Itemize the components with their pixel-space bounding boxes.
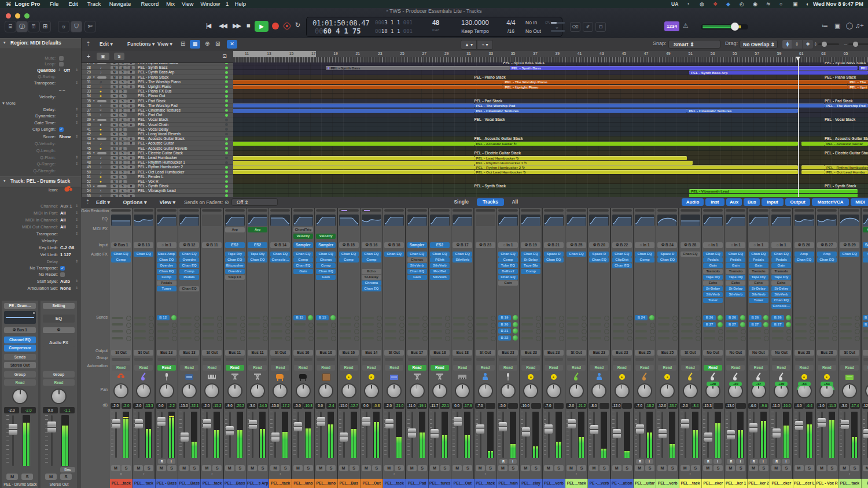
eq-thumbnail[interactable]	[362, 215, 381, 226]
mixer-filter-midi[interactable]: MIDI	[851, 198, 868, 206]
strip-mute-button[interactable]: M	[362, 465, 371, 471]
strip-mute-button[interactable]: M	[612, 465, 621, 471]
track-zoom-button[interactable]: ⊡	[219, 53, 230, 60]
mixer-view-tracks[interactable]: Tracks	[477, 198, 503, 206]
replace-button[interactable]: ⊡	[595, 22, 606, 32]
automation-mode-button[interactable]: Read	[772, 365, 790, 371]
arrange-menu-edit[interactable]: Edit ▾	[100, 40, 113, 49]
mute-button[interactable]: M	[111, 104, 118, 108]
audio-fx-slot[interactable]: Comp	[316, 263, 336, 268]
eq-thumbnail[interactable]	[840, 215, 859, 226]
strip-name[interactable]: PEL…verb	[656, 479, 679, 488]
track-on-indicator[interactable]	[225, 86, 228, 88]
send-slot[interactable]: B 19	[498, 315, 511, 320]
audio-fx-slot[interactable]: Comp	[293, 257, 313, 263]
mixer-strip-26[interactable]: Φ B 28Chan EQSt OutRead-2.0-8.4MS›PEL…ta…	[679, 208, 701, 488]
audio-fx-slot[interactable]: Pedals	[771, 257, 791, 263]
mixer-strip-13[interactable]: Φ B 18Chan EQSt OutRead-2.0-21.0MS›PEL…t…	[383, 208, 405, 488]
minimize-button[interactable]	[15, 13, 20, 19]
mute-button[interactable]: M	[111, 76, 118, 79]
region-pel-upright-piano[interactable]: PEL - Upright Piano	[503, 85, 848, 89]
automation-mode-button[interactable]: Read	[840, 365, 859, 371]
region-inspector-header[interactable]: ▾Region: MIDI Defaults	[0, 38, 81, 49]
strip-volume-fader[interactable]	[9, 424, 17, 435]
strip-mute-button[interactable]: M	[521, 465, 530, 471]
track-row-48[interactable]: 48♪MSRPEL - Rhythm Humbucker 1	[82, 160, 233, 165]
strip-mute-button[interactable]: M	[863, 465, 868, 471]
stack-fold-chevron[interactable]: ›	[679, 472, 701, 476]
strip-group-slot[interactable]: Group	[43, 371, 75, 378]
left-click-tool-menu[interactable]: ▲ ▾	[461, 40, 477, 50]
mixer-strip-4[interactable]: Φ B 12Chan EQOverdrvChan EQCompPedalsCha…	[178, 208, 200, 488]
audio-fx-slot[interactable]: ModDel	[430, 269, 450, 274]
smart-controls-icon[interactable]: ☼	[58, 21, 69, 32]
region-untitled[interactable]	[233, 170, 475, 174]
audio-fx-slot[interactable]: Chan EQ	[362, 252, 381, 257]
record-enable-button[interactable]: R	[127, 109, 135, 112]
audio-fx-slot[interactable]: Chan EQ	[407, 269, 427, 274]
region-pel-synth-bass[interactable]: PEL - Synth Bass	[510, 66, 858, 70]
track-param-velocity[interactable]: Velocity:	[0, 238, 81, 244]
input-slot[interactable]: Φ B 27	[817, 242, 837, 248]
audio-fx-slot[interactable]: Tape Dly	[726, 275, 745, 280]
param-checkbox[interactable]: ✓	[60, 266, 65, 271]
input-slot[interactable]: Φ B 12	[179, 242, 199, 248]
input-slot[interactable]: ○ In 1	[703, 242, 723, 248]
region-pel-the-worship-pad[interactable]: PEL - The Worship Pad	[475, 103, 825, 108]
mixer-strip-3[interactable]: ○ In 1Bass AmpChan EQOverdrvChan EQCompP…	[156, 208, 178, 488]
region-pel-acoustic-guitar[interactable]: PEL - Acoustic Guitar	[825, 142, 868, 146]
output-slot[interactable]: St Out	[270, 350, 290, 356]
track-param-noreset[interactable]: No Reset:	[0, 272, 81, 278]
output-slot[interactable]: Bus 25	[635, 350, 654, 356]
strip-mute-button[interactable]: M	[726, 465, 735, 471]
solo-button[interactable]: S	[119, 118, 127, 121]
eq-thumbnail[interactable]	[407, 215, 427, 226]
metronome-button[interactable]: ⚠	[683, 22, 689, 29]
audio-fx-slot[interactable]: Chan EQ	[795, 257, 814, 263]
output-slot[interactable]: Bus 11	[225, 350, 245, 356]
track-on-indicator[interactable]	[225, 114, 228, 117]
eq-thumbnail[interactable]	[544, 215, 564, 226]
region-pel-rythm-humbucker-2[interactable]: PEL - Rythm Humbucker 2 ↻	[475, 165, 798, 169]
mixer-hide-icon[interactable]: ⇡	[86, 199, 90, 205]
inspector-channel-strip-track[interactable]: PE - Drum…Φ Bus 1Channel EQCompressorSen…	[2, 301, 38, 488]
region-untitled[interactable]	[233, 85, 503, 89]
eq-thumbnail[interactable]	[430, 215, 450, 226]
solo-button[interactable]: S	[119, 165, 127, 169]
grid-view-icon[interactable]: ⊞	[181, 40, 185, 47]
close-button[interactable]	[6, 13, 11, 19]
eq-thumbnail[interactable]	[749, 215, 768, 226]
mute-button[interactable]: M	[111, 147, 118, 150]
volume-fader[interactable]	[545, 424, 553, 434]
audio-fx-slot[interactable]: Chan EQ	[681, 252, 700, 257]
output-slot[interactable]: St Out	[111, 350, 131, 356]
audio-fx-slot[interactable]: Chan EQ	[179, 286, 199, 291]
mixer-strip-16[interactable]: Φ B 17Chan EQSilvVerbBus 18Read0.0-17.9M…	[451, 208, 473, 488]
automation-mode-button[interactable]: Read	[134, 365, 153, 371]
lcd-display[interactable]: 01:01:50:08.470060 4 1 750003 1 1 001001…	[306, 17, 562, 37]
hide-inspector-icon[interactable]: ⇡	[86, 40, 90, 47]
inspector-icon[interactable]: ⓘ	[16, 21, 28, 32]
arrange-menu-view[interactable]: View ▾	[157, 40, 172, 49]
audio-fx-slot[interactable]: Tape Dly	[248, 252, 267, 257]
capture-record-button[interactable]	[284, 23, 290, 29]
status-icon-5[interactable]: ◴	[740, 0, 744, 8]
strip-solo-button[interactable]: S	[440, 465, 450, 471]
track-param-articulationset[interactable]: Articulation Set:None⇕	[0, 286, 81, 291]
record-enable-button[interactable]: R	[127, 71, 135, 74]
track-row-42[interactable]: 42●MSPEL - Long Vocal Reverb	[82, 132, 233, 136]
mixer-menu-edit[interactable]: Edit ▾	[96, 198, 110, 206]
automation-mode-button[interactable]: Read	[203, 365, 221, 371]
eq-thumbnail[interactable]	[771, 215, 791, 226]
input-slot[interactable]: ○ In 1	[771, 242, 791, 248]
record-enable-button[interactable]: R	[127, 118, 135, 121]
eq-thumbnail[interactable]	[863, 215, 868, 226]
track-on-indicator[interactable]	[225, 66, 228, 69]
region-param-blank[interactable]: ‒ ‒	[0, 87, 81, 93]
eq-thumbnail[interactable]	[567, 215, 586, 226]
input-slot[interactable]: ○ In 1	[749, 242, 768, 248]
region-param-score[interactable]: Score:Show⇕	[0, 134, 81, 140]
volume-fader[interactable]	[499, 422, 507, 431]
region-param-mute[interactable]: Mute:	[0, 56, 81, 61]
track-row-28[interactable]: 28♪MSRPEL - Synth Bass	[82, 65, 233, 70]
